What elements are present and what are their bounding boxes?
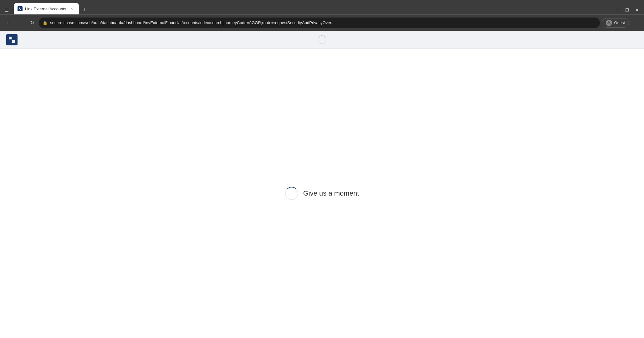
tab-title: Link External Accounts <box>25 7 66 11</box>
chase-favicon-icon <box>18 6 23 11</box>
address-bar-container[interactable]: 🔒 <box>39 18 600 28</box>
browser-toolbar: ← → ↻ 🔒 Guest ⋮ <box>0 14 644 31</box>
app-logo <box>6 34 18 45</box>
main-loading-area: Give us a moment <box>0 49 644 338</box>
svg-rect-3 <box>12 40 15 43</box>
lock-icon: 🔒 <box>43 20 48 25</box>
svg-point-1 <box>608 21 610 23</box>
header-spinner <box>318 35 326 44</box>
tab-close-button[interactable]: × <box>69 6 75 12</box>
restore-button[interactable]: ❐ <box>623 6 631 14</box>
back-button[interactable]: ← <box>3 18 13 28</box>
app-header <box>0 31 644 49</box>
reload-button[interactable]: ↻ <box>27 18 37 28</box>
window-close-button[interactable]: ✕ <box>633 6 641 14</box>
header-loading-indicator <box>318 35 326 44</box>
loading-spinner <box>285 187 298 200</box>
profile-label: Guest <box>614 20 625 25</box>
active-tab[interactable]: Link External Accounts × <box>14 3 79 14</box>
toolbar-right: Guest ⋮ <box>602 18 641 28</box>
page-content: Give us a moment <box>0 31 644 338</box>
minimize-button[interactable]: − <box>613 6 621 14</box>
forward-button[interactable]: → <box>15 18 25 28</box>
logo-mark <box>6 34 18 45</box>
loading-container: Give us a moment <box>285 187 359 200</box>
tab-list-button[interactable] <box>3 6 11 14</box>
svg-rect-2 <box>9 37 12 39</box>
new-tab-button[interactable]: + <box>80 6 89 14</box>
profile-button[interactable]: Guest <box>602 18 629 28</box>
browser-menu-button[interactable]: ⋮ <box>631 18 641 28</box>
profile-icon <box>606 20 612 26</box>
address-bar[interactable] <box>50 20 596 25</box>
tab-bar: Link External Accounts × + − ❐ ✕ <box>0 0 644 14</box>
svg-rect-0 <box>18 6 23 11</box>
loading-text: Give us a moment <box>303 189 359 197</box>
spinner-ring <box>285 187 298 200</box>
